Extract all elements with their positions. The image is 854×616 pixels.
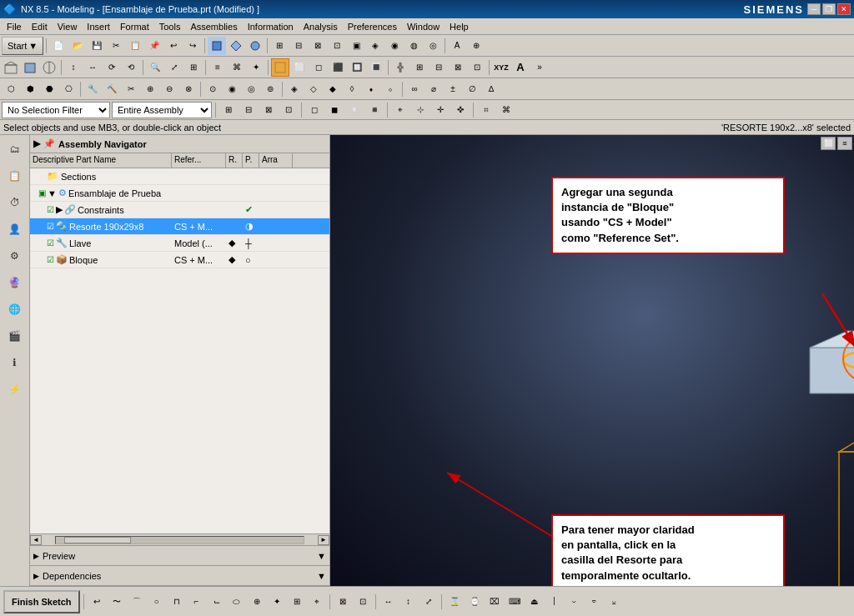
redo-button[interactable]: ↪ — [183, 37, 202, 55]
nav-row-llave[interactable]: ☑ 🔧 Llave Model (... ◆ ┼ — [30, 235, 329, 252]
bottom-tb-15[interactable]: ↔ — [379, 593, 398, 611]
bottom-tb-12[interactable]: ⌖ — [308, 593, 326, 611]
view-tb-1[interactable] — [2, 58, 20, 77]
view-tb-12[interactable]: ⌘ — [228, 58, 246, 77]
nav-row-constraints[interactable]: ☑ ▶ 🔗 Constraints ✔ — [30, 202, 329, 218]
view-tb-5[interactable]: ↔ — [83, 58, 102, 77]
view-tb-16[interactable]: ⬛ — [329, 58, 347, 77]
filter-btn-11[interactable]: ✛ — [431, 101, 450, 119]
tb-btn-j[interactable]: A — [448, 37, 466, 55]
filter-btn-9[interactable]: ⌖ — [391, 101, 409, 119]
filter-btn-3[interactable]: ⊠ — [259, 101, 278, 119]
filter-btn-10[interactable]: ⊹ — [411, 101, 430, 119]
bottom-tb-18[interactable]: ⌛ — [445, 593, 464, 611]
open-button[interactable]: 📂 — [68, 37, 87, 55]
tb-btn-h[interactable]: ◍ — [404, 37, 423, 55]
bottom-tb-8[interactable]: ⬭ — [228, 593, 246, 611]
filter-btn-12[interactable]: ✜ — [451, 101, 470, 119]
bottom-tb-17[interactable]: ⤢ — [419, 593, 438, 611]
viewport-option[interactable]: ≡ — [837, 137, 852, 150]
model-tb-2[interactable]: ⬢ — [21, 80, 39, 98]
undo-button[interactable]: ↩ — [164, 37, 183, 55]
bottom-tb-2[interactable]: 〜 — [108, 593, 126, 611]
tb-btn-3d-2[interactable] — [227, 37, 245, 55]
bottom-tb-19[interactable]: ⌚ — [465, 593, 484, 611]
ensamblaje-expand[interactable]: ▼ — [48, 188, 57, 198]
model-tb-12[interactable]: ◉ — [223, 80, 241, 98]
model-tb-17[interactable]: ◆ — [324, 80, 342, 98]
bottom-tb-23[interactable]: ⏐ — [545, 593, 564, 611]
tb-btn-g[interactable]: ◉ — [385, 37, 404, 55]
model-tb-11[interactable]: ⊙ — [203, 80, 222, 98]
view-tb-15[interactable]: ◻ — [309, 58, 328, 77]
xyz-label[interactable]: XYZ — [492, 58, 510, 77]
bottom-tb-13[interactable]: ⊠ — [334, 593, 352, 611]
menu-view[interactable]: View — [53, 20, 83, 33]
model-tb-8[interactable]: ⊕ — [141, 80, 159, 98]
tb-btn-b[interactable]: ⊟ — [289, 37, 308, 55]
bottom-tb-20[interactable]: ⌧ — [485, 593, 504, 611]
preview-expand-btn[interactable]: ▼ — [317, 551, 326, 561]
view-tb-11[interactable]: ≡ — [208, 58, 227, 77]
view-tb-22[interactable]: ⊠ — [449, 58, 467, 77]
menu-edit[interactable]: Edit — [27, 20, 53, 33]
view-tb-4[interactable]: ↕ — [64, 58, 83, 77]
sidebar-system-material[interactable]: ⚙ — [3, 243, 28, 268]
preview-section[interactable]: ▶ Preview ▼ — [30, 546, 329, 566]
model-tb-22[interactable]: ⌀ — [424, 80, 443, 98]
sidebar-hd3d[interactable]: 🔮 — [3, 270, 28, 295]
nav-pin-icon[interactable]: 📌 — [43, 138, 55, 149]
menu-information[interactable]: Information — [243, 20, 299, 33]
model-tb-15[interactable]: ◈ — [285, 80, 304, 98]
model-tb-20[interactable]: ⬦ — [381, 80, 399, 98]
view-tb-3[interactable] — [40, 58, 58, 77]
sidebar-history[interactable]: ⏱ — [3, 190, 28, 215]
view-tb-17[interactable]: 🔲 — [348, 58, 366, 77]
bottom-tb-24[interactable]: ⏑ — [565, 593, 584, 611]
cb-llave[interactable]: ☑ — [47, 238, 54, 248]
constraints-expand[interactable]: ▶ — [56, 204, 63, 215]
model-tb-24[interactable]: ∅ — [463, 80, 481, 98]
sidebar-process[interactable]: ⚡ — [3, 377, 28, 402]
viewport-maximize[interactable]: ⬜ — [821, 137, 836, 150]
bottom-tb-3[interactable]: ⌒ — [128, 593, 146, 611]
model-tb-10[interactable]: ⊗ — [179, 80, 198, 98]
model-tb-5[interactable]: 🔧 — [83, 80, 102, 98]
menu-format[interactable]: Format — [115, 20, 154, 33]
model-tb-14[interactable]: ⊚ — [261, 80, 279, 98]
view-tb-9[interactable]: ⤢ — [165, 58, 183, 77]
menu-tools[interactable]: Tools — [154, 20, 186, 33]
tb-btn-c[interactable]: ⊠ — [309, 37, 327, 55]
filter-btn-2[interactable]: ⊟ — [239, 101, 258, 119]
save-button[interactable]: 💾 — [88, 37, 106, 55]
tb-btn-k[interactable]: ⊕ — [467, 37, 485, 55]
tb-btn-f[interactable]: ◈ — [366, 37, 384, 55]
nav-horizontal-scrollbar[interactable]: ◄ ► — [30, 533, 329, 545]
cb-constraints[interactable]: ☑ — [47, 205, 54, 214]
bottom-tb-14[interactable]: ⊡ — [354, 593, 372, 611]
bottom-tb-16[interactable]: ↕ — [399, 593, 418, 611]
filter-btn-8[interactable]: ◾ — [365, 101, 384, 119]
scroll-track[interactable] — [55, 536, 304, 544]
view-tb-2[interactable] — [21, 58, 39, 77]
menu-assemblies[interactable]: Assemblies — [185, 20, 242, 33]
tb-btn-e[interactable]: ▣ — [347, 37, 365, 55]
finish-sketch-button[interactable]: Finish Sketch — [3, 590, 80, 613]
selection-filter-dropdown[interactable]: No Selection Filter — [2, 102, 110, 118]
model-tb-13[interactable]: ◎ — [242, 80, 260, 98]
menu-file[interactable]: File — [2, 20, 27, 33]
menu-insert[interactable]: Insert — [82, 20, 115, 33]
model-tb-19[interactable]: ⬧ — [362, 80, 380, 98]
model-tb-9[interactable]: ⊖ — [160, 80, 178, 98]
view-tb-24[interactable]: A — [511, 58, 530, 77]
view-tb-6[interactable]: ⟳ — [103, 58, 121, 77]
view-tb-14[interactable]: ⬜ — [290, 58, 309, 77]
bottom-tb-4[interactable]: ○ — [148, 593, 166, 611]
sidebar-part-nav[interactable]: 📋 — [3, 163, 28, 188]
bottom-tb-25[interactable]: ⏒ — [585, 593, 604, 611]
menu-window[interactable]: Window — [402, 20, 445, 33]
view-tb-18[interactable]: 🔳 — [367, 58, 385, 77]
bottom-tb-5[interactable]: ⊓ — [168, 593, 186, 611]
bottom-tb-1[interactable]: ↩ — [88, 593, 106, 611]
bottom-tb-10[interactable]: ✦ — [268, 593, 286, 611]
